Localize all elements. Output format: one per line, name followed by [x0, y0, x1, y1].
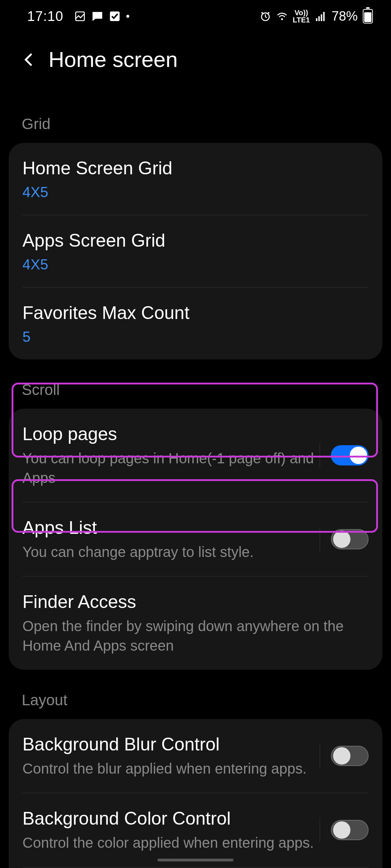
checkmark-icon: [109, 10, 121, 22]
more-dot-icon: [126, 15, 129, 18]
toggle-container: [320, 818, 369, 842]
setting-value: 5: [22, 329, 369, 345]
lte-icon: Vo))LTE1: [293, 9, 310, 24]
setting-value: 4X5: [22, 256, 369, 273]
toggle-container: [320, 443, 369, 468]
toggle-divider: [320, 744, 320, 768]
svg-rect-9: [321, 14, 322, 21]
setting-title: Loop pages: [22, 423, 320, 445]
setting-description: Control the color applied when entering …: [22, 833, 320, 852]
setting-title: Home Screen Grid: [22, 157, 369, 179]
svg-rect-0: [76, 12, 84, 21]
section-header-scroll: Scroll: [0, 359, 391, 409]
nav-indicator[interactable]: [157, 859, 234, 861]
svg-rect-7: [316, 18, 318, 21]
battery-percent: 78%: [332, 9, 358, 24]
wifi-icon: [276, 10, 288, 22]
message-icon: [92, 10, 103, 22]
scroll-card: Loop pages You can loop pages in Home(-1…: [9, 409, 382, 670]
toggle-divider: [320, 818, 320, 842]
setting-description: Open the finder by swiping down anywhere…: [22, 616, 369, 655]
apps-list-toggle[interactable]: [331, 529, 369, 549]
signal-icon: [315, 10, 327, 22]
toggle-container: [320, 527, 369, 552]
svg-line-5: [261, 12, 263, 13]
svg-line-6: [268, 12, 269, 13]
home-screen-grid-item[interactable]: Home Screen Grid 4X5: [9, 143, 382, 215]
status-left: 17:10: [27, 9, 129, 24]
image-icon: [74, 10, 86, 22]
svg-rect-8: [318, 16, 320, 21]
setting-value: 4X5: [22, 184, 369, 200]
background-blur-toggle[interactable]: [331, 746, 369, 766]
loop-pages-item[interactable]: Loop pages You can loop pages in Home(-1…: [9, 409, 382, 502]
status-bar: 17:10 Vo))LTE1 78%: [0, 0, 391, 33]
loop-pages-toggle[interactable]: [331, 445, 369, 465]
setting-title: Background Color Control: [22, 808, 320, 829]
toggle-container: [320, 744, 369, 768]
setting-description: You can loop pages in Home(-1 page off) …: [22, 448, 320, 488]
status-notification-icons: [74, 10, 129, 22]
layout-card: Background Blur Control Control the blur…: [9, 719, 382, 868]
setting-title: Apps Screen Grid: [22, 230, 369, 251]
status-right: Vo))LTE1 78%: [260, 9, 373, 24]
setting-title: Favorites Max Count: [22, 302, 369, 324]
grid-card: Home Screen Grid 4X5 Apps Screen Grid 4X…: [9, 143, 382, 359]
finder-access-item[interactable]: Finder Access Open the finder by swiping…: [9, 576, 382, 670]
svg-line-4: [265, 17, 267, 18]
background-blur-item[interactable]: Background Blur Control Control the blur…: [9, 719, 382, 793]
setting-description: Control the blur applied when entering a…: [22, 759, 320, 778]
toggle-divider: [320, 443, 320, 468]
apps-screen-grid-item[interactable]: Apps Screen Grid 4X5: [9, 215, 382, 287]
background-color-toggle[interactable]: [331, 820, 369, 840]
battery-icon: [363, 9, 373, 24]
favorites-max-count-item[interactable]: Favorites Max Count 5: [9, 288, 382, 359]
setting-title: Apps List: [22, 517, 320, 539]
svg-rect-10: [323, 12, 325, 21]
section-header-grid: Grid: [0, 86, 391, 143]
background-color-item[interactable]: Background Color Control Control the col…: [9, 793, 382, 867]
header: Home screen: [0, 33, 391, 86]
alarm-icon: [260, 10, 271, 22]
setting-title: Background Blur Control: [22, 733, 320, 755]
page-title: Home screen: [49, 47, 178, 72]
toggle-divider: [320, 527, 320, 552]
setting-title: Finder Access: [22, 591, 369, 613]
apps-list-item[interactable]: Apps List You can change apptray to list…: [9, 502, 382, 576]
status-time: 17:10: [27, 9, 63, 24]
back-button[interactable]: [20, 51, 38, 69]
section-header-layout: Layout: [0, 670, 391, 719]
setting-description: You can change apptray to list style.: [22, 542, 320, 562]
